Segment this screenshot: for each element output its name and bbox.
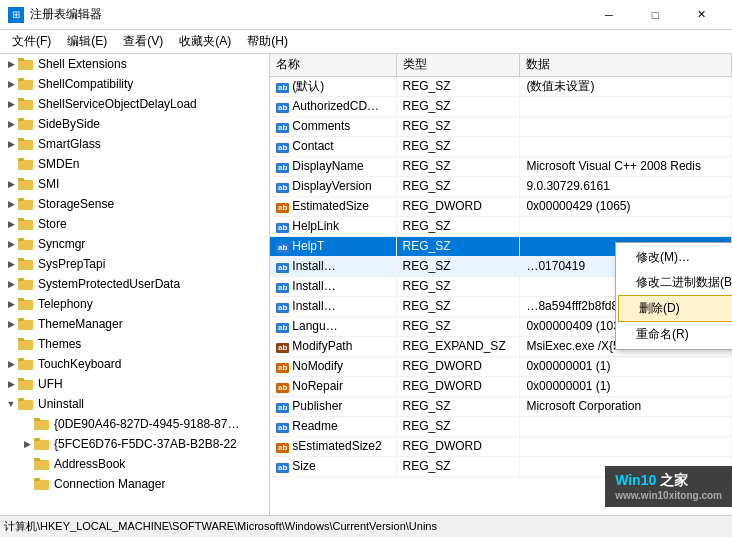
reg-data-cell: Microsoft Corporation bbox=[520, 396, 732, 416]
svg-rect-34 bbox=[18, 400, 33, 410]
tree-item[interactable]: {0DE90A46-827D-4945-9188-87… bbox=[0, 414, 269, 434]
tree-expand-icon[interactable]: ▶ bbox=[4, 277, 18, 291]
tree-expand-icon[interactable]: ▶ bbox=[4, 297, 18, 311]
table-row[interactable]: abCommentsREG_SZ bbox=[270, 116, 732, 136]
tree-expand-icon[interactable]: ▶ bbox=[4, 257, 18, 271]
table-panel[interactable]: 名称 类型 数据 ab(默认)REG_SZ(数值未设置)abAuthorized… bbox=[270, 54, 732, 515]
folder-icon bbox=[18, 116, 34, 132]
tree-item[interactable]: ▶SysPrepTapi bbox=[0, 254, 269, 274]
tree-item[interactable]: ▶ShellCompatibility bbox=[0, 74, 269, 94]
reg-name-cell: abContact bbox=[270, 136, 396, 156]
tree-item[interactable]: ▶Store bbox=[0, 214, 269, 234]
tree-expand-icon[interactable]: ▶ bbox=[4, 77, 18, 91]
tree-item[interactable]: ▶{5FCE6D76-F5DC-37AB-B2B8-22 bbox=[0, 434, 269, 454]
tree-expand-icon[interactable]: ▶ bbox=[4, 57, 18, 71]
tree-item[interactable]: ▶SideBySide bbox=[0, 114, 269, 134]
table-row[interactable]: abContactREG_SZ bbox=[270, 136, 732, 156]
menu-favorites[interactable]: 收藏夹(A) bbox=[171, 31, 239, 52]
tree-expand-icon[interactable] bbox=[20, 457, 34, 471]
app-icon: ⊞ bbox=[8, 7, 24, 23]
tree-item[interactable]: ▶Syncmgr bbox=[0, 234, 269, 254]
reg-data-cell bbox=[520, 416, 732, 436]
tree-item[interactable]: ▶SystemProtectedUserData bbox=[0, 274, 269, 294]
svg-rect-18 bbox=[18, 240, 33, 250]
tree-panel[interactable]: ▶Shell Extensions▶ShellCompatibility▶She… bbox=[0, 54, 270, 515]
maximize-button[interactable]: □ bbox=[632, 0, 678, 30]
tree-item-label: SystemProtectedUserData bbox=[38, 277, 180, 291]
tree-item[interactable]: ▶TouchKeyboard bbox=[0, 354, 269, 374]
table-row[interactable]: abAuthorizedCD…REG_SZ bbox=[270, 96, 732, 116]
tree-expand-icon[interactable]: ▼ bbox=[4, 397, 18, 411]
table-row[interactable]: abDisplayVersionREG_SZ9.0.30729.6161 bbox=[270, 176, 732, 196]
menu-edit[interactable]: 编辑(E) bbox=[59, 31, 115, 52]
table-row[interactable]: abDisplayNameREG_SZMicrosoft Visual C++ … bbox=[270, 156, 732, 176]
tree-expand-icon[interactable] bbox=[20, 417, 34, 431]
svg-rect-40 bbox=[34, 460, 49, 470]
tree-item[interactable]: ▼Uninstall bbox=[0, 394, 269, 414]
tree-item[interactable]: Connection Manager bbox=[0, 474, 269, 494]
tree-item[interactable]: ▶Shell Extensions bbox=[0, 54, 269, 74]
table-row[interactable]: abHelpLinkREG_SZ bbox=[270, 216, 732, 236]
tree-item-label: Themes bbox=[38, 337, 81, 351]
tree-expand-icon[interactable]: ▶ bbox=[4, 357, 18, 371]
table-row[interactable]: abNoModifyREG_DWORD0x00000001 (1) bbox=[270, 356, 732, 376]
svg-rect-36 bbox=[34, 420, 49, 430]
reg-type-cell: REG_SZ bbox=[396, 136, 520, 156]
main-content: ▶Shell Extensions▶ShellCompatibility▶She… bbox=[0, 54, 732, 515]
context-menu-delete[interactable]: 删除(D) bbox=[618, 295, 732, 322]
tree-expand-icon[interactable]: ▶ bbox=[4, 177, 18, 191]
svg-rect-21 bbox=[18, 258, 24, 261]
tree-expand-icon[interactable]: ▶ bbox=[4, 137, 18, 151]
menu-view[interactable]: 查看(V) bbox=[115, 31, 171, 52]
reg-data-cell: (数值未设置) bbox=[520, 76, 732, 96]
tree-item[interactable]: ▶ShellServiceObjectDelayLoad bbox=[0, 94, 269, 114]
tree-item[interactable]: ▶SmartGlass bbox=[0, 134, 269, 154]
svg-rect-5 bbox=[18, 98, 24, 101]
tree-expand-icon[interactable]: ▶ bbox=[4, 317, 18, 331]
tree-item[interactable]: ▶UFH bbox=[0, 374, 269, 394]
tree-expand-icon[interactable]: ▶ bbox=[20, 437, 34, 451]
folder-icon bbox=[18, 56, 34, 72]
reg-type-cell: REG_SZ bbox=[396, 156, 520, 176]
reg-type-cell: REG_DWORD bbox=[396, 436, 520, 456]
svg-rect-33 bbox=[18, 378, 24, 381]
tree-expand-icon[interactable]: ▶ bbox=[4, 197, 18, 211]
tree-item[interactable]: ▶SMI bbox=[0, 174, 269, 194]
tree-expand-icon[interactable]: ▶ bbox=[4, 97, 18, 111]
tree-item[interactable]: AddressBook bbox=[0, 454, 269, 474]
tree-expand-icon[interactable]: ▶ bbox=[4, 377, 18, 391]
minimize-button[interactable]: ─ bbox=[586, 0, 632, 30]
tree-item[interactable]: ▶Telephony bbox=[0, 294, 269, 314]
folder-icon bbox=[34, 436, 50, 452]
svg-rect-7 bbox=[18, 118, 24, 121]
tree-item[interactable]: Themes bbox=[0, 334, 269, 354]
context-menu-modify-binary[interactable]: 修改二进制数据(B)… bbox=[616, 270, 732, 295]
tree-item-label: SMDEn bbox=[38, 157, 79, 171]
tree-expand-icon[interactable] bbox=[4, 157, 18, 171]
table-row[interactable]: abReadmeREG_SZ bbox=[270, 416, 732, 436]
table-row[interactable]: abNoRepairREG_DWORD0x00000001 (1) bbox=[270, 376, 732, 396]
table-row[interactable]: abEstimatedSizeREG_DWORD0x00000429 (1065… bbox=[270, 196, 732, 216]
col-data: 数据 bbox=[520, 54, 732, 76]
tree-item-label: AddressBook bbox=[54, 457, 125, 471]
svg-rect-10 bbox=[18, 160, 33, 170]
menu-help[interactable]: 帮助(H) bbox=[239, 31, 296, 52]
reg-name-cell: abInstall… bbox=[270, 256, 396, 276]
tree-item-label: {0DE90A46-827D-4945-9188-87… bbox=[54, 417, 239, 431]
context-menu-rename[interactable]: 重命名(R) bbox=[616, 322, 732, 347]
table-row[interactable]: ab(默认)REG_SZ(数值未设置) bbox=[270, 76, 732, 96]
tree-item[interactable]: SMDEn bbox=[0, 154, 269, 174]
menu-file[interactable]: 文件(F) bbox=[4, 31, 59, 52]
tree-item[interactable]: ▶StorageSense bbox=[0, 194, 269, 214]
tree-expand-icon[interactable] bbox=[4, 337, 18, 351]
tree-item[interactable]: ▶ThemeManager bbox=[0, 314, 269, 334]
reg-type-cell: REG_SZ bbox=[396, 256, 520, 276]
tree-expand-icon[interactable] bbox=[20, 477, 34, 491]
table-row[interactable]: abPublisherREG_SZMicrosoft Corporation bbox=[270, 396, 732, 416]
close-button[interactable]: ✕ bbox=[678, 0, 724, 30]
tree-expand-icon[interactable]: ▶ bbox=[4, 237, 18, 251]
tree-expand-icon[interactable]: ▶ bbox=[4, 117, 18, 131]
table-row[interactable]: absEstimatedSize2REG_DWORD bbox=[270, 436, 732, 456]
context-menu-modify[interactable]: 修改(M)… bbox=[616, 245, 732, 270]
tree-expand-icon[interactable]: ▶ bbox=[4, 217, 18, 231]
